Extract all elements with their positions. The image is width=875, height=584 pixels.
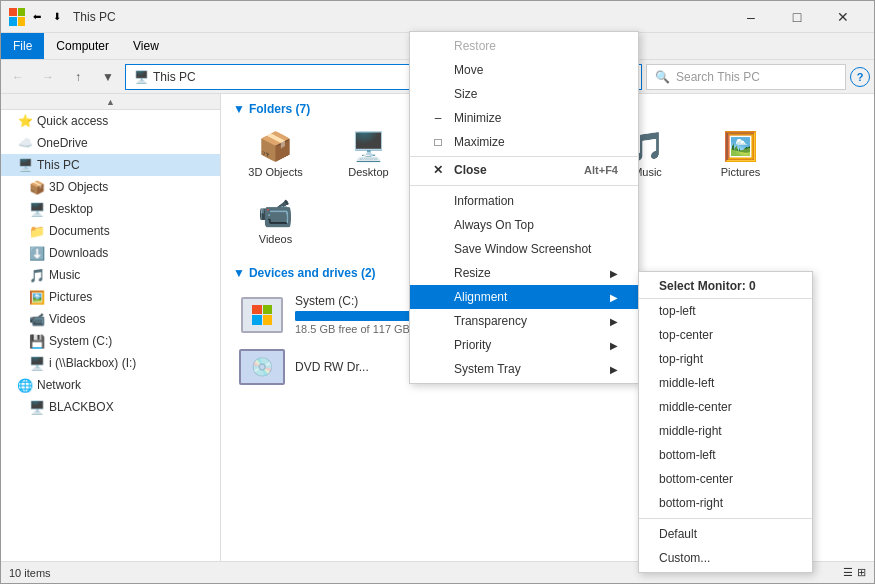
sidebar-desktop-label: Desktop <box>49 202 93 216</box>
sidebar-item-quick-access[interactable]: ⭐ Quick access <box>1 110 220 132</box>
videos-icon: 📹 <box>29 311 45 327</box>
submenu-middle-left[interactable]: middle-left <box>639 371 812 395</box>
close-button[interactable]: ✕ <box>820 1 866 33</box>
submenu-bottom-center[interactable]: bottom-center <box>639 467 812 491</box>
menu-move-text: Move <box>454 63 618 77</box>
menu-save-screenshot[interactable]: Save Window Screenshot <box>410 237 638 261</box>
folder-desktop[interactable]: 🖥️ Desktop <box>326 124 411 183</box>
sidebar-item-desktop[interactable]: 🖥️ Desktop <box>1 198 220 220</box>
collapse-devices-icon[interactable]: ▼ <box>233 266 245 280</box>
menu-priority[interactable]: Priority ▶ <box>410 333 638 357</box>
menu-move[interactable]: Move <box>410 58 638 82</box>
minimize-button[interactable]: – <box>728 1 774 33</box>
view-list-button[interactable]: ☰ <box>843 566 853 579</box>
desktop-icon: 🖥️ <box>29 201 45 217</box>
submenu-middle-center[interactable]: middle-center <box>639 395 812 419</box>
back-button[interactable]: ← <box>5 64 31 90</box>
default-text: Default <box>659 527 697 541</box>
documents-icon: 📁 <box>29 223 45 239</box>
resize-arrow: ▶ <box>610 268 618 279</box>
folder-videos[interactable]: 📹 Videos <box>233 191 318 250</box>
menu-alignment[interactable]: Alignment ▶ <box>410 285 638 309</box>
submenu-top-center[interactable]: top-center <box>639 323 812 347</box>
submenu-bottom-left[interactable]: bottom-left <box>639 443 812 467</box>
menu-minimize[interactable]: – Minimize <box>410 106 638 130</box>
sidebar-item-this-pc[interactable]: 🖥️ This PC <box>1 154 220 176</box>
folder-videos-name: Videos <box>259 233 292 245</box>
sidebar-item-videos[interactable]: 📹 Videos <box>1 308 220 330</box>
menu-system-tray[interactable]: System Tray ▶ <box>410 357 638 381</box>
cloud-icon: ☁️ <box>17 135 33 151</box>
pc-icon: 🖥️ <box>17 157 33 173</box>
status-count: 10 items <box>9 567 51 579</box>
forward-icon-tb: ⬇ <box>49 9 65 25</box>
computer-icon: 🖥️ <box>29 399 45 415</box>
sidebar-blackbox-i-label: i (\\Blackbox) (I:) <box>49 356 136 370</box>
submenu-bottom-right[interactable]: bottom-right <box>639 491 812 515</box>
recent-locations-button[interactable]: ▼ <box>95 64 121 90</box>
middle-left-text: middle-left <box>659 376 714 390</box>
menu-maximize[interactable]: □ Maximize <box>410 130 638 154</box>
forward-button[interactable]: → <box>35 64 61 90</box>
sidebar-item-music[interactable]: 🎵 Music <box>1 264 220 286</box>
menu-maximize-text: Maximize <box>454 135 618 149</box>
sidebar-item-documents[interactable]: 📁 Documents <box>1 220 220 242</box>
maximize-button[interactable]: □ <box>774 1 820 33</box>
folder-pictures[interactable]: 🖼️ Pictures <box>698 124 783 183</box>
menu-always-on-top-text: Always On Top <box>454 218 618 232</box>
menu-information[interactable]: Information <box>410 189 638 213</box>
tab-view[interactable]: View <box>121 33 171 59</box>
folder-pictures-name: Pictures <box>721 166 761 178</box>
sidebar-system-c-label: System (C:) <box>49 334 112 348</box>
window: ⬅ ⬇ This PC – □ ✕ File Computer View ← →… <box>0 0 875 584</box>
menu-close[interactable]: ✕ Close Alt+F4 <box>410 156 638 182</box>
sidebar-item-system-c[interactable]: 💾 System (C:) <box>1 330 220 352</box>
menu-save-screenshot-text: Save Window Screenshot <box>454 242 618 256</box>
sidebar-item-pictures[interactable]: 🖼️ Pictures <box>1 286 220 308</box>
menu-size-text: Size <box>454 87 618 101</box>
search-icon: 🔍 <box>655 70 670 84</box>
3d-icon: 📦 <box>29 179 45 195</box>
sidebar-item-3d-objects[interactable]: 📦 3D Objects <box>1 176 220 198</box>
up-button[interactable]: ↑ <box>65 64 91 90</box>
menu-restore[interactable]: Restore <box>410 34 638 58</box>
sidebar-videos-label: Videos <box>49 312 85 326</box>
sidebar-quick-access-label: Quick access <box>37 114 108 128</box>
submenu-middle-right[interactable]: middle-right <box>639 419 812 443</box>
sidebar-documents-label: Documents <box>49 224 110 238</box>
menu-resize[interactable]: Resize ▶ <box>410 261 638 285</box>
collapse-folders-icon[interactable]: ▼ <box>233 102 245 116</box>
middle-right-text: middle-right <box>659 424 722 438</box>
menu-information-text: Information <box>454 194 618 208</box>
minimize-menu-icon: – <box>430 111 446 125</box>
menu-transparency[interactable]: Transparency ▶ <box>410 309 638 333</box>
sidebar-music-label: Music <box>49 268 80 282</box>
sidebar-item-downloads[interactable]: ⬇️ Downloads <box>1 242 220 264</box>
help-button[interactable]: ? <box>850 67 870 87</box>
submenu-custom[interactable]: Custom... <box>639 546 812 570</box>
tab-computer[interactable]: Computer <box>44 33 121 59</box>
main-context-menu: Restore Move Size – Minimize □ Maximize … <box>409 31 639 384</box>
tab-file[interactable]: File <box>1 33 44 59</box>
submenu-top-right[interactable]: top-right <box>639 347 812 371</box>
sidebar-item-blackbox[interactable]: 🖥️ BLACKBOX <box>1 396 220 418</box>
sidebar-onedrive-label: OneDrive <box>37 136 88 150</box>
search-box[interactable]: 🔍 Search This PC <box>646 64 846 90</box>
submenu-default[interactable]: Default <box>639 522 812 546</box>
sidebar-item-network[interactable]: 🌐 Network <box>1 374 220 396</box>
submenu-top-left[interactable]: top-left <box>639 299 812 323</box>
view-grid-button[interactable]: ⊞ <box>857 566 866 579</box>
system-c-drive-icon <box>237 295 287 335</box>
window-title: This PC <box>73 10 728 24</box>
menu-system-tray-text: System Tray <box>454 362 602 376</box>
menu-always-on-top[interactable]: Always On Top <box>410 213 638 237</box>
menu-size[interactable]: Size <box>410 82 638 106</box>
menu-close-text: Close <box>454 163 576 177</box>
folder-3d-objects[interactable]: 📦 3D Objects <box>233 124 318 183</box>
submenu-select-monitor[interactable]: Select Monitor: 0 <box>639 274 812 299</box>
sidebar-item-blackbox-i[interactable]: 🖥️ i (\\Blackbox) (I:) <box>1 352 220 374</box>
scroll-up-button[interactable]: ▲ <box>1 94 220 110</box>
alignment-arrow: ▶ <box>610 292 618 303</box>
sidebar-item-onedrive[interactable]: ☁️ OneDrive <box>1 132 220 154</box>
folder-3d-icon: 📦 <box>256 129 296 164</box>
